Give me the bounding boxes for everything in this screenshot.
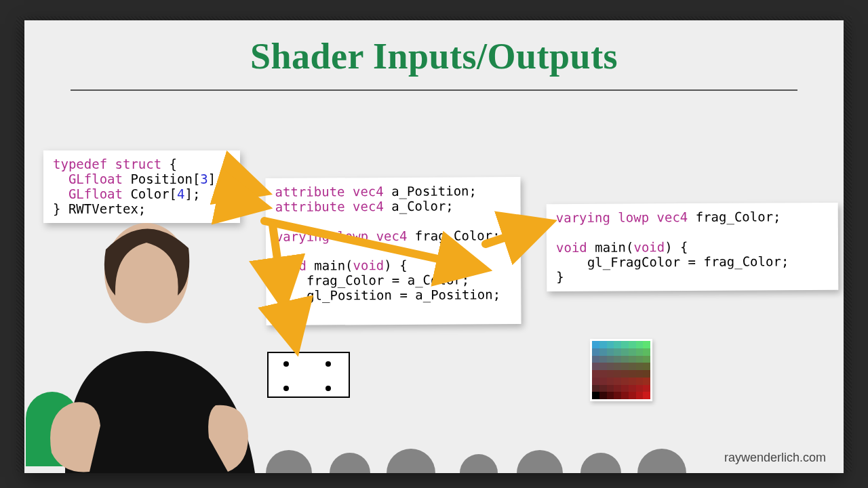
code-struct-box: typedef struct { GLfloat Position[3]; GL…: [43, 150, 240, 223]
swatch-cell: [629, 385, 636, 392]
swatch-cell: [592, 392, 599, 399]
title-rule: [71, 89, 797, 91]
code-fragment-shader-box: varying lowp vec4 frag_Color; void main(…: [547, 203, 839, 291]
swatch-cell: [636, 378, 644, 385]
vertex-dot-icon: [283, 386, 289, 391]
swatch-cell: [599, 378, 607, 385]
swatch-cell: [629, 363, 636, 370]
swatch-cell: [614, 363, 621, 370]
swatch-cell: [607, 392, 614, 399]
footer-credit: raywenderlich.com: [724, 451, 826, 465]
swatch-cell: [599, 356, 607, 363]
swatch-cell: [636, 348, 644, 356]
swatch-cell: [592, 378, 599, 385]
swatch-cell: [621, 363, 629, 370]
swatch-cell: [599, 385, 607, 392]
swatch-cell: [636, 363, 644, 370]
swatch-cell: [636, 370, 644, 378]
swatch-cell: [621, 341, 629, 348]
swatch-cell: [614, 341, 621, 348]
swatch-cell: [629, 341, 636, 348]
swatch-cell: [636, 385, 644, 392]
svg-point-10: [460, 454, 498, 473]
swatch-cell: [614, 392, 621, 399]
color-swatch-grid: [590, 339, 652, 401]
swatch-cell: [621, 385, 629, 392]
swatch-cell: [614, 370, 621, 378]
swatch-cell: [607, 385, 614, 392]
swatch-cell: [592, 370, 599, 378]
swatch-cell: [621, 392, 629, 399]
swatch-cell: [629, 356, 636, 363]
svg-point-7: [266, 450, 312, 473]
swatch-cell: [629, 370, 636, 378]
swatch-cell: [621, 378, 629, 385]
swatch-cell: [614, 356, 621, 363]
swatch-cell: [607, 378, 614, 385]
swatch-cell: [643, 392, 650, 399]
svg-point-9: [387, 449, 435, 473]
swatch-cell: [592, 356, 599, 363]
svg-point-11: [517, 450, 563, 473]
swatch-cell: [592, 341, 599, 348]
swatch-cell: [621, 370, 629, 378]
swatch-cell: [643, 370, 650, 378]
vertex-dot-icon: [326, 386, 331, 391]
swatch-cell: [592, 348, 599, 356]
swatch-cell: [643, 378, 650, 385]
svg-point-12: [580, 453, 621, 473]
kw-typedef: typedef struct: [53, 157, 161, 171]
swatch-cell: [592, 363, 599, 370]
svg-point-13: [637, 449, 686, 473]
swatch-cell: [607, 341, 614, 348]
swatch-cell: [629, 392, 636, 399]
vertex-dot-icon: [326, 361, 331, 367]
swatch-cell: [636, 356, 644, 363]
swatch-cell: [599, 363, 607, 370]
swatch-cell: [621, 348, 629, 356]
swatch-cell: [636, 392, 644, 399]
swatch-cell: [643, 341, 650, 348]
gear-decoration-icon: [248, 446, 723, 473]
quad-diagram: [267, 352, 350, 398]
svg-point-8: [330, 453, 370, 473]
decorative-green-shape: [26, 392, 79, 466]
swatch-cell: [599, 392, 607, 399]
swatch-cell: [592, 385, 599, 392]
swatch-cell: [636, 341, 644, 348]
swatch-cell: [643, 385, 650, 392]
swatch-cell: [629, 378, 636, 385]
swatch-cell: [607, 348, 614, 356]
vertex-dot-icon: [283, 361, 289, 367]
swatch-cell: [607, 363, 614, 370]
code-vertex-shader-box: attribute vec4 a_Position; attribute vec…: [265, 177, 521, 325]
swatch-cell: [621, 356, 629, 363]
swatch-cell: [614, 378, 621, 385]
swatch-cell: [614, 385, 621, 392]
swatch-cell: [643, 348, 650, 356]
slide-title: Shader Inputs/Outputs: [24, 35, 844, 77]
swatch-cell: [607, 370, 614, 378]
swatch-cell: [643, 356, 650, 363]
svg-point-6: [104, 223, 189, 323]
swatch-cell: [599, 370, 607, 378]
swatch-cell: [607, 356, 614, 363]
swatch-cell: [643, 363, 650, 370]
swatch-cell: [629, 348, 636, 356]
swatch-cell: [599, 341, 607, 348]
slide: Shader Inputs/Outputs typedef struct { G…: [24, 20, 844, 473]
swatch-cell: [599, 348, 607, 356]
swatch-cell: [614, 348, 621, 356]
